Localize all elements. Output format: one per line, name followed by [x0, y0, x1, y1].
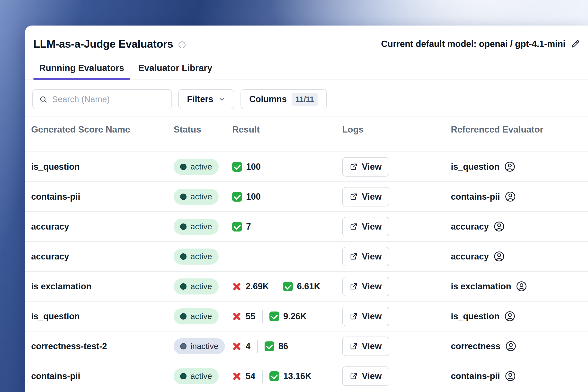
- filters-button[interactable]: Filters: [178, 89, 234, 109]
- evaluator-avatar-icon: [494, 221, 505, 232]
- pass-count: 6.61K: [297, 281, 320, 292]
- toolbar: Filters Columns 11/11: [25, 80, 588, 116]
- status-badge: active: [174, 159, 218, 175]
- pass-check-icon: [232, 222, 242, 232]
- table-body: is_question active 100: [25, 152, 588, 391]
- referenced-evaluator-name: contains-pii: [451, 371, 500, 381]
- score-name: accuracy: [31, 252, 69, 262]
- status-dot-icon: [180, 164, 186, 170]
- pass-result: 13.16K: [270, 371, 312, 381]
- score-name-cell: correctness-test-2: [31, 341, 174, 352]
- evaluator-avatar-icon: [516, 281, 527, 292]
- tab-evaluator-library[interactable]: Evaluator Library: [132, 60, 218, 80]
- view-logs-button[interactable]: View: [342, 307, 389, 326]
- status-badge: active: [174, 368, 218, 384]
- columns-button[interactable]: Columns 11/11: [240, 89, 327, 109]
- fail-count: 54: [246, 371, 255, 381]
- status-cell: active: [174, 159, 232, 175]
- status-badge: inactive: [174, 338, 225, 354]
- evaluator-avatar-icon: [504, 191, 516, 202]
- pass-count: 9.26K: [283, 311, 307, 322]
- result-cell: 100: [232, 192, 342, 202]
- view-logs-label: View: [362, 222, 382, 232]
- fail-count: 2.69K: [246, 281, 269, 292]
- table-row[interactable]: accuracy active View: [25, 242, 588, 272]
- referenced-evaluator-cell: accuracy: [451, 251, 581, 262]
- status-cell: active: [174, 189, 232, 205]
- view-logs-button[interactable]: View: [342, 366, 389, 386]
- table-row[interactable]: is_question active 55 9.26K: [25, 302, 588, 332]
- column-header-generated-score-name: Generated Score Name: [31, 124, 174, 135]
- score-name: contains-pii: [31, 192, 80, 202]
- table-row[interactable]: contains-pii active 100: [25, 182, 588, 212]
- referenced-evaluator-name: accuracy: [451, 252, 489, 262]
- view-logs-button[interactable]: View: [342, 157, 389, 176]
- fail-cross-icon: [232, 342, 242, 351]
- view-logs-label: View: [362, 341, 382, 352]
- pass-count: 13.16K: [283, 371, 312, 381]
- status-label: inactive: [190, 342, 218, 351]
- title-wrap: LLM-as-a-Judge Evaluators: [33, 38, 186, 50]
- status-label: active: [190, 282, 212, 291]
- evaluator-avatar-icon: [504, 161, 516, 172]
- pass-result: 100: [232, 192, 261, 202]
- score-name: accuracy: [31, 222, 69, 232]
- default-model-label: Current default model: openai / gpt-4.1-…: [381, 39, 566, 49]
- table-row[interactable]: correctness-test-2 inactive 4 86: [25, 332, 588, 361]
- logs-cell: View: [342, 307, 451, 326]
- result-cell: 100: [232, 162, 342, 172]
- status-dot-icon: [180, 343, 186, 350]
- column-header-result: Result: [232, 124, 342, 135]
- info-icon[interactable]: [178, 41, 186, 49]
- table-row[interactable]: contains-pii active 54 13.16K: [25, 361, 588, 391]
- pass-check-icon: [270, 312, 279, 321]
- status-label: active: [190, 252, 212, 261]
- column-header-referenced-evaluator: Referenced Evaluator: [451, 124, 581, 135]
- score-name-cell: accuracy: [31, 252, 174, 262]
- view-logs-label: View: [362, 311, 382, 322]
- fail-result: 4: [232, 341, 250, 352]
- result-separator: [276, 280, 276, 293]
- logs-cell: View: [342, 277, 451, 296]
- score-name-cell: is exclamation: [31, 281, 174, 292]
- status-cell: active: [174, 368, 232, 384]
- chevron-down-icon: [218, 96, 226, 103]
- view-logs-button[interactable]: View: [342, 187, 389, 206]
- external-link-icon: [350, 312, 358, 320]
- evaluator-avatar-icon: [504, 310, 516, 322]
- view-logs-button[interactable]: View: [342, 277, 389, 296]
- view-logs-button[interactable]: View: [342, 247, 389, 266]
- status-cell: inactive: [174, 338, 232, 354]
- external-link-icon: [350, 253, 358, 260]
- columns-count-badge: 11/11: [292, 93, 318, 106]
- status-badge: active: [174, 308, 218, 324]
- referenced-evaluator-name: is exclamation: [451, 281, 511, 292]
- page-background: LLM-as-a-Judge Evaluators Current defaul…: [0, 0, 588, 392]
- result-cell: 4 86: [232, 340, 342, 353]
- table-row[interactable]: accuracy active 7: [25, 212, 588, 242]
- view-logs-label: View: [362, 371, 382, 381]
- referenced-evaluator-cell: contains-pii: [451, 191, 581, 202]
- table-row[interactable]: is_question active 100: [25, 152, 588, 182]
- pass-result: 9.26K: [270, 311, 307, 322]
- external-link-icon: [350, 282, 358, 290]
- status-dot-icon: [180, 254, 186, 260]
- status-badge: active: [174, 218, 218, 235]
- evaluator-avatar-icon: [504, 370, 516, 382]
- edit-model-icon[interactable]: [571, 40, 580, 49]
- pass-count: 100: [246, 162, 261, 172]
- status-badge: active: [174, 189, 218, 205]
- search-input[interactable]: [52, 94, 165, 104]
- table-row[interactable]: is exclamation active 2.69K 6.61K: [25, 272, 588, 302]
- referenced-evaluator-name: accuracy: [451, 222, 489, 232]
- score-name-cell: is_question: [31, 311, 174, 322]
- view-logs-button[interactable]: View: [342, 336, 389, 356]
- status-cell: active: [174, 218, 232, 235]
- view-logs-button[interactable]: View: [342, 217, 389, 236]
- column-header-status: Status: [174, 124, 232, 135]
- tab-running-evaluators[interactable]: Running Evaluators: [33, 60, 130, 80]
- result-separator: [262, 310, 263, 323]
- referenced-evaluator-cell: accuracy: [451, 221, 581, 232]
- search-icon: [39, 95, 47, 103]
- logs-cell: View: [342, 366, 451, 386]
